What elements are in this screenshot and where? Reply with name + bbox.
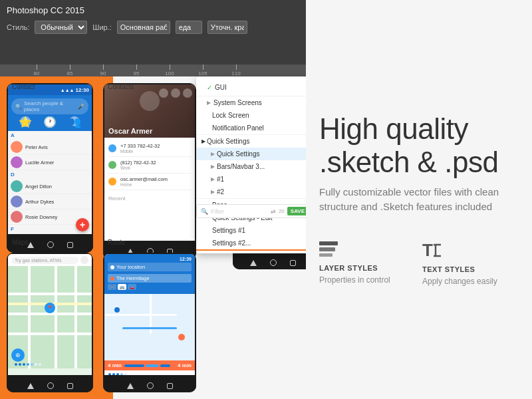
feature-layer-styles: LAYER STYLES Properties in control bbox=[319, 241, 409, 287]
layer-styles-icon-area bbox=[319, 241, 409, 260]
contact-screen: ▲▲▲ 12:30 🔍 Search people & places 🎤 ⭐ 🕐… bbox=[8, 84, 92, 234]
route-steps bbox=[104, 370, 195, 375]
phone-contact: ▲▲▲ 12:30 🔍 Search people & places 🎤 ⭐ 🕐… bbox=[7, 83, 93, 253]
phone-icon bbox=[108, 144, 116, 152]
contact-item[interactable]: Roy Furse bbox=[8, 233, 92, 234]
tab-contacts[interactable]: 👥 bbox=[69, 116, 80, 127]
star-icon[interactable] bbox=[159, 88, 168, 98]
features-row: LAYER STYLES Properties in control T TEX… bbox=[319, 241, 512, 287]
nav-back bbox=[250, 260, 257, 266]
route-map bbox=[104, 294, 195, 360]
filter-number: 20 bbox=[279, 208, 285, 214]
route-screen: 12:39 Your location The Hermitage bbox=[104, 254, 195, 375]
nav-recents bbox=[290, 260, 296, 266]
phone-detail: Oscar Armer +7 333 782-42-32 Mobile bbox=[103, 83, 196, 259]
text-styles-icon: T bbox=[422, 241, 444, 259]
nav-back bbox=[27, 383, 34, 389]
svg-rect-0 bbox=[319, 241, 338, 245]
dropdown-item-gui[interactable]: ✓ GUI bbox=[201, 81, 306, 94]
text-styles-desc: Apply changes easily bbox=[422, 276, 512, 287]
contact-tabs: ⭐ 🕐 👥 bbox=[11, 114, 88, 128]
location-button[interactable]: ⊕ bbox=[11, 348, 25, 362]
dest-pin bbox=[178, 334, 185, 340]
filter-input-placeholder[interactable]: Filter bbox=[211, 208, 268, 215]
dropdown-menu: ✓ GUI ▶ System Screens Lock Screen Notif… bbox=[196, 76, 306, 253]
maps-mic-icon[interactable] bbox=[80, 256, 88, 264]
dropdown-item-quick-settings[interactable]: ▶ Quick Settings bbox=[196, 135, 306, 148]
contact-item[interactable]: Peter Avis bbox=[8, 140, 92, 155]
layer-styles-title: LAYER STYLES bbox=[319, 264, 409, 272]
route-to-field[interactable]: The Hermitage bbox=[108, 274, 192, 283]
nav-recents bbox=[67, 383, 73, 389]
contact-detail-name: Oscar Armer bbox=[104, 124, 156, 138]
transport-bus[interactable]: 🚌 bbox=[118, 284, 126, 290]
tagline-subtitle: Fully customizable vector files with cle… bbox=[319, 185, 505, 215]
email-icon bbox=[108, 178, 116, 186]
style-select[interactable]: Обычный bbox=[35, 21, 87, 34]
filter-bar: 🔍 Filter ⇄ 20 SAVE bbox=[196, 204, 306, 218]
detail-info: +7 333 782-42-32 Mobile (812) 782-42-32 … bbox=[104, 138, 195, 193]
right-phone-nav bbox=[233, 253, 306, 269]
photoshop-toolbar: Photoshop CC 2015 Стиль: Обычный Шир.: 8… bbox=[0, 0, 306, 76]
nav-home bbox=[147, 382, 154, 389]
transport-car[interactable]: 🚗 bbox=[128, 284, 136, 290]
map-area: 📍 ⊕ bbox=[8, 266, 92, 368]
save-button[interactable]: SAVE bbox=[287, 207, 306, 215]
dropdown-item-settings1[interactable]: Settings #1 bbox=[196, 224, 306, 237]
text-styles-title: TEXT STYLES bbox=[422, 265, 512, 273]
edit-icon[interactable] bbox=[171, 88, 180, 98]
svg-text:T: T bbox=[422, 241, 433, 259]
search-bar[interactable]: 🔍 Search people & places 🎤 bbox=[11, 98, 88, 114]
dropdown-item-1[interactable]: ▶ #1 bbox=[196, 173, 306, 186]
maps-nav-bar bbox=[7, 376, 93, 392]
dropdown-item-settings2[interactable]: Settings #2... bbox=[196, 237, 306, 251]
filter-icon: 🔍 bbox=[201, 208, 208, 215]
more-icon[interactable] bbox=[183, 88, 192, 98]
feature-text-styles: T TEXT STYLES Apply changes easily bbox=[422, 241, 512, 287]
maps-search[interactable]: Try gas stations, ATMs bbox=[11, 257, 78, 264]
nav-back bbox=[127, 383, 134, 389]
detail-input[interactable] bbox=[207, 21, 247, 34]
food-input[interactable] bbox=[176, 21, 202, 34]
detail-actions bbox=[156, 87, 195, 99]
width-input[interactable] bbox=[117, 21, 170, 34]
dropdown-item-quick-settings-sub[interactable]: ▶ Quick Settings bbox=[196, 148, 306, 160]
tagline-line1: High quality .sketch & .psd bbox=[319, 112, 512, 180]
detail-screen: Oscar Armer +7 333 782-42-32 Mobile bbox=[104, 84, 195, 241]
dots-indicator bbox=[15, 363, 41, 366]
app-title: Photoshop CC 2015 bbox=[0, 0, 306, 18]
phone-mobile-item[interactable]: +7 333 782-42-32 Mobile bbox=[108, 140, 191, 157]
contact-item[interactable]: Angel Dillon bbox=[8, 179, 92, 194]
phone-maps: Try gas stations, ATMs 📍 ⊕ bbox=[7, 253, 93, 392]
phones-area: ▲▲▲ 12:30 🔍 Search people & places 🎤 ⭐ 🕐… bbox=[0, 76, 306, 399]
tab-recent[interactable]: 🕐 bbox=[45, 116, 55, 127]
dropdown-item-system[interactable]: ▶ System Screens bbox=[196, 96, 306, 109]
email-item[interactable]: osc.armer@mail.com Home bbox=[108, 174, 191, 190]
fab-add-button[interactable]: + bbox=[76, 218, 89, 231]
left-section: Photoshop CC 2015 Стиль: Обычный Шир.: 8… bbox=[0, 0, 306, 399]
dropdown-item-notification[interactable]: Notification Panel bbox=[196, 122, 306, 134]
phone-work-item[interactable]: (812) 782-42-32 Work bbox=[108, 157, 191, 174]
contact-photo: Oscar Armer bbox=[104, 84, 195, 138]
dropdown-item-bars[interactable]: ▶ Bars/Navbar 3... bbox=[196, 160, 306, 173]
svg-rect-1 bbox=[319, 247, 335, 251]
route-from-field[interactable]: Your location bbox=[108, 263, 192, 271]
contact-item[interactable]: Arthur Dykes bbox=[8, 194, 92, 209]
filter-count: ⇄ bbox=[271, 208, 276, 215]
dropdown-item-lock[interactable]: Lock Screen bbox=[196, 109, 306, 122]
route-info-bar: 4 min 4 min bbox=[104, 360, 195, 370]
phone-work-icon bbox=[108, 161, 116, 169]
route-header: 12:39 Your location The Hermitage bbox=[104, 254, 195, 294]
maps-section-label: Maps bbox=[12, 239, 28, 246]
contact-item[interactable]: Lucille Armer bbox=[8, 155, 92, 170]
contact-section-label: Contact bbox=[12, 83, 35, 90]
transport-walk[interactable]: 🚶 bbox=[108, 284, 116, 290]
dropdown-item-2[interactable]: ▶ #2 bbox=[196, 186, 306, 198]
origin-pin bbox=[114, 307, 120, 313]
right-section: High quality .sketch & .psd Fully custom… bbox=[306, 0, 532, 399]
nav-home bbox=[47, 382, 54, 389]
style-label: Стиль: bbox=[7, 23, 29, 31]
recent-label: Recent bbox=[104, 193, 195, 203]
tab-starred[interactable]: ⭐ bbox=[20, 116, 31, 127]
contacts-section-label: Contacts bbox=[108, 83, 134, 90]
